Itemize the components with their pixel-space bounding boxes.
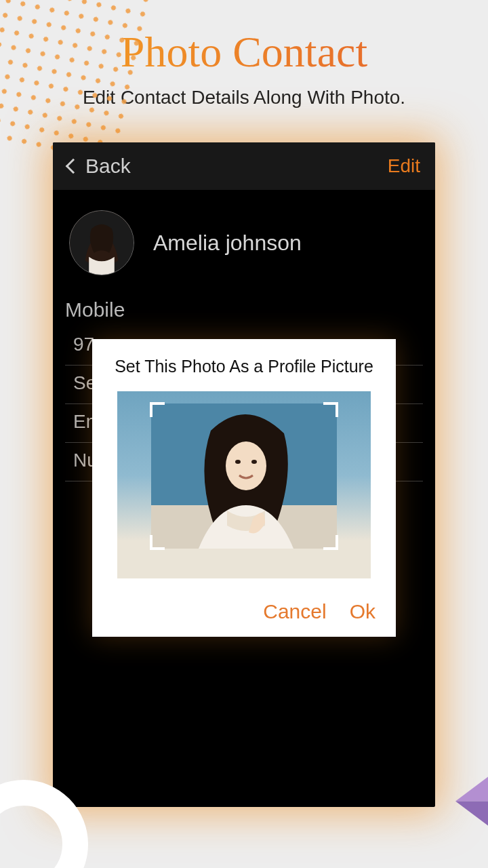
- svg-marker-9: [455, 762, 488, 802]
- avatar[interactable]: [69, 210, 134, 275]
- navbar: Back Edit: [53, 142, 435, 190]
- section-label-mobile: Mobile: [65, 298, 423, 321]
- svg-marker-10: [455, 802, 488, 842]
- dialog-title: Set This Photo As a Profile Picture: [106, 357, 382, 376]
- svg-point-7: [235, 460, 241, 464]
- chevron-left-icon: [66, 159, 81, 174]
- back-button[interactable]: Back: [68, 155, 131, 178]
- promo-title: Photo Contact: [0, 27, 488, 77]
- crop-corner-tl[interactable]: [150, 402, 165, 417]
- avatar-image: [70, 211, 134, 275]
- contact-name: Amelia johnson: [153, 231, 302, 256]
- crop-area[interactable]: [151, 403, 337, 549]
- crop-corner-tr[interactable]: [323, 402, 338, 417]
- photo-preview: [117, 391, 371, 578]
- contact-header: Amelia johnson: [65, 206, 423, 294]
- decorative-dots: [0, 0, 152, 165]
- crop-image: [151, 403, 337, 549]
- cancel-button[interactable]: Cancel: [263, 600, 326, 623]
- ok-button[interactable]: Ok: [350, 600, 375, 623]
- edit-button[interactable]: Edit: [388, 155, 420, 177]
- crop-corner-bl[interactable]: [150, 535, 165, 550]
- dialog-actions: Cancel Ok: [106, 600, 382, 623]
- svg-point-8: [251, 460, 257, 464]
- phone-frame: Back Edit Amelia johnson Mobile 97 Sen E…: [53, 142, 435, 807]
- set-photo-dialog: Set This Photo As a Profile Picture: [92, 339, 396, 637]
- back-label: Back: [85, 155, 131, 178]
- crop-corner-br[interactable]: [323, 535, 338, 550]
- svg-point-6: [226, 441, 266, 490]
- promo-subtitle: Edit Contact Details Along With Photo.: [0, 87, 488, 108]
